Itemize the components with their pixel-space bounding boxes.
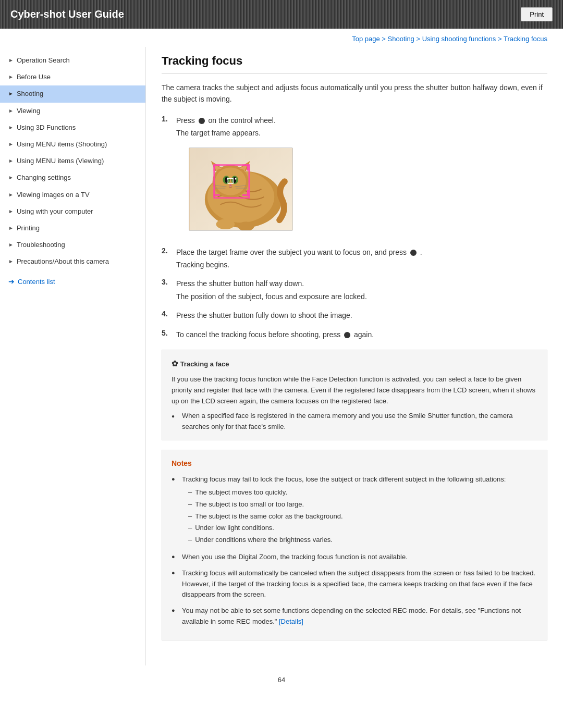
sidebar-label: Operation Search (17, 56, 70, 65)
step-1-content: Press on the control wheel. The target f… (176, 115, 547, 239)
sidebar-label: Viewing images on a TV (17, 190, 90, 200)
sidebar-item-precautions[interactable]: ► Precautions/About this camera (0, 253, 145, 270)
print-button[interactable]: Print (521, 7, 553, 21)
step-1-main: Press on the control wheel. (176, 116, 276, 125)
arrow-icon: ► (8, 90, 14, 97)
note-4-main: You may not be able to set some function… (182, 607, 521, 625)
tip-title-text: Tracking a face (180, 360, 229, 368)
step-5: 5. To cancel the tracking focus before s… (162, 329, 547, 340)
sidebar-label: Changing settings (17, 173, 71, 182)
sidebar-label: Before Use (17, 72, 51, 82)
step-3-sub: The position of the subject, focus and e… (176, 291, 547, 302)
note-1-main: Tracking focus may fail to lock the focu… (182, 475, 506, 483)
svg-rect-30 (247, 190, 249, 196)
sidebar-item-changing-settings[interactable]: ► Changing settings (0, 169, 145, 186)
tip-icon: ✿ (172, 359, 178, 368)
sidebar-label: Using with your computer (17, 207, 93, 216)
step-number-5: 5. (162, 329, 174, 337)
sidebar-label: Using MENU items (Viewing) (17, 156, 104, 166)
tip-box: ✿ Tracking a face If you use the trackin… (162, 350, 547, 440)
sidebar-item-using-menu-viewing[interactable]: ► Using MENU items (Viewing) (0, 153, 145, 169)
step-5-main: To cancel the tracking focus before shoo… (176, 330, 374, 339)
arrow-icon: ► (8, 258, 14, 265)
breadcrumb-top[interactable]: Top page (352, 35, 380, 43)
sidebar-label: Shooting (17, 89, 43, 98)
app-title: Cyber-shot User Guide (10, 8, 124, 20)
sidebar-item-using-3d[interactable]: ► Using 3D Functions (0, 119, 145, 136)
step-3-content: Press the shutter button half way down. … (176, 278, 547, 302)
note-1: ● Tracking focus may fail to lock the fo… (172, 474, 537, 547)
sidebar-item-using-menu-shooting[interactable]: ► Using MENU items (Shooting) (0, 136, 145, 153)
bullet-dot: ● (172, 552, 180, 562)
note-2-main: When you use the Digital Zoom, the track… (182, 553, 408, 561)
sidebar-label: Troubleshooting (17, 240, 65, 250)
step-2-main: Place the target frame over the subject … (176, 248, 422, 256)
arrow-icon: ► (8, 208, 14, 215)
step-4-main: Press the shutter button fully down to s… (176, 311, 352, 319)
arrow-icon: ► (8, 73, 14, 81)
step-2-sub: Tracking begins. (176, 259, 547, 270)
sidebar-item-shooting[interactable]: ► Shooting (0, 85, 145, 102)
svg-point-4 (215, 167, 246, 195)
svg-rect-24 (214, 164, 215, 170)
details-link[interactable]: [Details] (279, 618, 303, 625)
step-4: 4. Press the shutter button fully down t… (162, 310, 547, 321)
sidebar-item-operation-search[interactable]: ► Operation Search (0, 52, 145, 69)
main-layout: ► Operation Search ► Before Use ► Shooti… (0, 47, 563, 665)
steps-list: 1. Press on the control wheel. The targe… (162, 115, 547, 340)
arrow-right-icon: ➔ (8, 277, 15, 286)
breadcrumb-shooting[interactable]: Shooting (388, 35, 414, 43)
note-1-sub-1: The subject moves too quickly. (188, 487, 506, 498)
sidebar: ► Operation Search ► Before Use ► Shooti… (0, 47, 146, 665)
note-4-content: You may not be able to set some function… (182, 606, 537, 627)
step-number-1: 1. (162, 115, 174, 123)
bullet-dot: ● (172, 606, 180, 615)
note-3: ● Tracking focus will automatically be c… (172, 568, 537, 600)
step-3-main: Press the shutter button half way down. (176, 279, 304, 288)
breadcrumb-current[interactable]: Tracking focus (504, 35, 547, 43)
svg-rect-26 (247, 164, 249, 170)
intro-text: The camera tracks the subject and adjust… (162, 82, 547, 105)
cat-illustration (189, 148, 292, 230)
bullet-dot: ● (172, 475, 180, 484)
header: Cyber-shot User Guide Print (0, 0, 563, 29)
note-1-sub-3: The subject is the same color as the bac… (188, 511, 506, 522)
note-1-sub-5: Under conditions where the brightness va… (188, 535, 506, 546)
step-5-content: To cancel the tracking focus before shoo… (176, 329, 547, 340)
notes-title: Notes (172, 458, 537, 469)
breadcrumb-using-shooting[interactable]: Using shooting functions (422, 35, 496, 43)
arrow-icon: ► (8, 225, 14, 232)
contents-list-link[interactable]: ➔ Contents list (0, 272, 145, 291)
svg-point-12 (233, 177, 236, 183)
sidebar-item-viewing-tv[interactable]: ► Viewing images on a TV (0, 187, 145, 203)
sidebar-item-viewing[interactable]: ► Viewing (0, 103, 145, 119)
sidebar-item-troubleshooting[interactable]: ► Troubleshooting (0, 237, 145, 253)
note-2: ● When you use the Digital Zoom, the tra… (172, 552, 537, 563)
sidebar-item-before-use[interactable]: ► Before Use (0, 69, 145, 85)
step-number-3: 3. (162, 278, 174, 286)
contents-list-label[interactable]: Contents list (18, 278, 55, 286)
svg-point-20 (216, 219, 235, 229)
arrow-icon: ► (8, 57, 14, 64)
arrow-icon: ► (8, 107, 14, 115)
note-1-sub-2: The subject is too small or too large. (188, 499, 506, 510)
button-icon-1 (199, 118, 205, 124)
step-3: 3. Press the shutter button half way dow… (162, 278, 547, 302)
arrow-icon: ► (8, 157, 14, 165)
sidebar-label: Precautions/About this camera (17, 257, 109, 266)
tip-bullet-1: When a specified face is registered in t… (172, 411, 537, 433)
button-icon-5 (344, 332, 350, 338)
notes-box: Notes ● Tracking focus may fail to lock … (162, 450, 547, 640)
tip-title: ✿ Tracking a face (172, 357, 537, 370)
step-4-content: Press the shutter button fully down to s… (176, 310, 547, 321)
breadcrumb: Top page > Shooting > Using shooting fun… (0, 29, 563, 47)
sidebar-item-printing[interactable]: ► Printing (0, 220, 145, 237)
sidebar-item-using-computer[interactable]: ► Using with your computer (0, 203, 145, 220)
note-3-main: Tracking focus will automatically be can… (182, 569, 535, 599)
arrow-icon: ► (8, 174, 14, 181)
step-1: 1. Press on the control wheel. The targe… (162, 115, 547, 239)
note-4: ● You may not be able to set some functi… (172, 606, 537, 627)
arrow-icon: ► (8, 191, 14, 199)
tip-body: If you use the tracking focus function w… (172, 374, 537, 406)
camera-image (189, 147, 293, 231)
